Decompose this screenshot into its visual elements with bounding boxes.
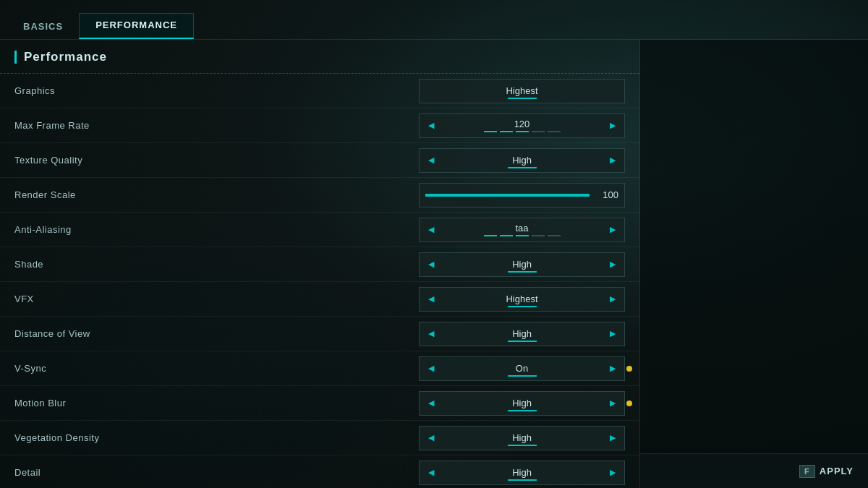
control-wrap-vegetation-density: High [419,426,625,450]
setting-row-vegetation-density: Vegetation DensityHigh [0,421,639,455]
control-graphics: Highest [419,79,625,103]
apply-button[interactable]: F APPLY [799,465,854,478]
control-wrap-shade: High [419,252,625,277]
setting-label-vegetation-density: Vegetation Density [14,432,419,443]
setting-row-shade: ShadeHigh [0,247,639,282]
apply-area: F APPLY [640,453,868,488]
tabs-bar: BASICS PERFORMANCE [0,0,868,40]
control-wrap-graphics: Highest [419,79,625,103]
arrow-left-distance-of-view[interactable] [421,324,441,344]
dot [484,235,497,236]
setting-label-detail: Detail [14,467,419,478]
setting-label-anti-aliasing: Anti-Aliasing [14,224,419,235]
main-content: Performance GraphicsHighestMax Frame Rat… [0,40,868,488]
control-anti-aliasing: taa [419,218,625,242]
arrow-right-vegetation-density[interactable] [603,428,623,448]
dot [548,131,561,132]
value-render-scale: 100 [597,189,618,200]
control-wrap-vfx: Highest [419,287,625,312]
setting-label-render-scale: Render Scale [14,189,419,200]
arrow-right-anti-aliasing[interactable] [603,220,623,240]
right-panel: F APPLY [640,40,868,488]
value-shade: High [441,259,603,270]
warning-dot-v-sync [626,366,632,372]
control-wrap-motion-blur: High [419,391,625,416]
dot [516,235,529,236]
value-texture-quality: High [441,155,603,166]
dot [500,131,513,132]
control-wrap-v-sync: On [419,356,625,381]
value-vegetation-density: High [441,432,603,443]
setting-label-vfx: VFX [14,294,419,304]
arrow-right-max-frame-rate[interactable] [603,116,623,136]
arrow-left-shade[interactable] [421,254,441,275]
arrow-left-vfx[interactable] [421,289,441,309]
value-v-sync: On [441,363,603,374]
section-title: Performance [0,40,639,74]
setting-label-distance-of-view: Distance of View [14,328,419,339]
arrow-right-vfx[interactable] [603,289,623,309]
control-wrap-distance-of-view: High [419,322,625,346]
control-wrap-max-frame-rate: 120 [419,114,625,138]
arrow-right-shade[interactable] [603,254,623,275]
settings-panel: Performance GraphicsHighestMax Frame Rat… [0,40,639,488]
control-vegetation-density: High [419,426,625,450]
setting-row-anti-aliasing: Anti-Aliasingtaa [0,213,639,247]
arrow-left-vegetation-density[interactable] [421,428,441,448]
slider-fill [425,194,590,197]
value-graphics: Highest [420,85,624,96]
setting-row-detail: DetailHigh [0,455,639,488]
setting-label-v-sync: V-Sync [14,363,419,374]
control-distance-of-view: High [419,322,625,346]
dot [548,235,561,236]
indicator-dots [484,131,561,132]
arrow-right-motion-blur[interactable] [603,393,623,414]
settings-list: GraphicsHighestMax Frame Rate120Texture … [0,74,639,488]
value-detail: High [441,467,603,478]
apply-key: F [799,465,815,478]
tab-basics[interactable]: BASICS [7,15,79,39]
apply-label: APPLY [820,466,854,476]
setting-label-texture-quality: Texture Quality [14,155,419,166]
setting-row-graphics: GraphicsHighest [0,74,639,108]
setting-row-distance-of-view: Distance of ViewHigh [0,317,639,351]
value-distance-of-view: High [441,328,603,339]
control-vfx: Highest [419,287,625,312]
arrow-left-max-frame-rate[interactable] [421,116,441,136]
control-wrap-anti-aliasing: taa [419,218,625,242]
setting-label-shade: Shade [14,259,419,270]
setting-label-graphics: Graphics [14,85,419,96]
dot [484,131,497,132]
setting-label-motion-blur: Motion Blur [14,398,419,408]
arrow-left-texture-quality[interactable] [421,150,441,171]
arrow-right-texture-quality[interactable] [603,150,623,171]
arrow-left-v-sync[interactable] [421,359,441,379]
control-v-sync: On [419,356,625,381]
setting-row-motion-blur: Motion BlurHigh [0,386,639,421]
slider-track[interactable] [425,194,590,197]
value-vfx: Highest [441,294,603,304]
value-max-frame-rate: 120 [514,119,530,129]
arrow-right-v-sync[interactable] [603,359,623,379]
control-render-scale[interactable]: 100 [419,183,625,207]
arrow-right-distance-of-view[interactable] [603,324,623,344]
arrow-right-detail[interactable] [603,463,623,483]
setting-row-texture-quality: Texture QualityHigh [0,143,639,178]
value-motion-blur: High [441,398,603,408]
control-max-frame-rate: 120 [419,114,625,138]
control-wrap-texture-quality: High [419,148,625,173]
dot [500,235,513,236]
setting-row-render-scale: Render Scale100 [0,178,639,213]
control-motion-blur: High [419,391,625,416]
arrow-left-detail[interactable] [421,463,441,483]
control-wrap-detail: High [419,461,625,485]
dot [532,131,545,132]
warning-dot-motion-blur [626,401,632,406]
arrow-left-motion-blur[interactable] [421,393,441,414]
control-wrap-render-scale: 100 [419,183,625,207]
setting-label-max-frame-rate: Max Frame Rate [14,120,419,131]
setting-row-max-frame-rate: Max Frame Rate120 [0,108,639,143]
arrow-left-anti-aliasing[interactable] [421,220,441,240]
control-detail: High [419,461,625,485]
tab-performance[interactable]: PERFORMANCE [79,13,194,39]
